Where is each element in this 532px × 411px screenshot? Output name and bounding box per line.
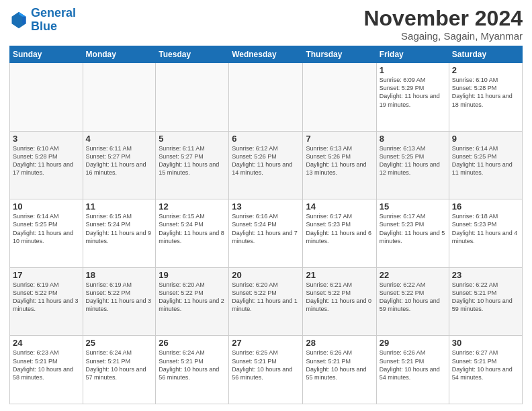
calendar-cell [83, 63, 156, 132]
header-saturday: Saturday [449, 46, 522, 63]
calendar-cell: 13Sunrise: 6:16 AM Sunset: 5:24 PM Dayli… [229, 199, 303, 268]
day-number: 5 [159, 134, 226, 144]
week-row-4: 24Sunrise: 6:23 AM Sunset: 5:21 PM Dayli… [10, 336, 523, 404]
week-row-2: 10Sunrise: 6:14 AM Sunset: 5:25 PM Dayli… [10, 199, 523, 268]
calendar-cell: 10Sunrise: 6:14 AM Sunset: 5:25 PM Dayli… [10, 199, 83, 268]
logo: General Blue [9, 7, 76, 34]
day-info: Sunrise: 6:15 AM Sunset: 5:24 PM Dayligh… [86, 212, 153, 245]
logo-text: General Blue [31, 7, 76, 34]
day-number: 27 [232, 338, 300, 348]
day-number: 8 [380, 134, 446, 144]
header-row: SundayMondayTuesdayWednesdayThursdayFrid… [10, 46, 523, 63]
header-friday: Friday [376, 46, 449, 63]
day-number: 7 [306, 134, 373, 144]
day-info: Sunrise: 6:09 AM Sunset: 5:29 PM Dayligh… [380, 76, 446, 109]
calendar-cell: 8Sunrise: 6:13 AM Sunset: 5:25 PM Daylig… [376, 131, 449, 199]
calendar-cell: 26Sunrise: 6:24 AM Sunset: 5:21 PM Dayli… [156, 336, 229, 404]
calendar-cell: 28Sunrise: 6:26 AM Sunset: 5:21 PM Dayli… [303, 336, 376, 404]
day-number: 28 [306, 338, 373, 348]
calendar-cell: 6Sunrise: 6:12 AM Sunset: 5:26 PM Daylig… [229, 131, 303, 199]
calendar-cell: 21Sunrise: 6:21 AM Sunset: 5:22 PM Dayli… [303, 267, 376, 336]
day-info: Sunrise: 6:26 AM Sunset: 5:21 PM Dayligh… [380, 349, 446, 381]
day-number: 20 [232, 270, 300, 280]
logo-line2: Blue [31, 19, 57, 33]
week-row-1: 3Sunrise: 6:10 AM Sunset: 5:28 PM Daylig… [10, 131, 523, 199]
calendar-cell: 17Sunrise: 6:19 AM Sunset: 5:22 PM Dayli… [10, 267, 83, 336]
top-section: General Blue November 2024 Sagaing, Saga… [9, 7, 523, 42]
day-number: 12 [159, 201, 226, 212]
day-info: Sunrise: 6:23 AM Sunset: 5:21 PM Dayligh… [13, 349, 80, 381]
day-info: Sunrise: 6:22 AM Sunset: 5:22 PM Dayligh… [380, 281, 446, 314]
day-number: 19 [159, 270, 226, 280]
calendar-header: SundayMondayTuesdayWednesdayThursdayFrid… [10, 46, 523, 63]
day-info: Sunrise: 6:25 AM Sunset: 5:21 PM Dayligh… [232, 349, 300, 381]
calendar-cell: 11Sunrise: 6:15 AM Sunset: 5:24 PM Dayli… [83, 199, 156, 268]
title-section: November 2024 Sagaing, Sagain, Myanmar [363, 7, 523, 42]
header-wednesday: Wednesday [229, 46, 303, 63]
day-info: Sunrise: 6:12 AM Sunset: 5:26 PM Dayligh… [232, 144, 300, 177]
day-info: Sunrise: 6:18 AM Sunset: 5:23 PM Dayligh… [452, 212, 519, 245]
calendar-cell: 27Sunrise: 6:25 AM Sunset: 5:21 PM Dayli… [229, 336, 303, 404]
calendar-cell: 30Sunrise: 6:27 AM Sunset: 5:21 PM Dayli… [449, 336, 522, 404]
day-info: Sunrise: 6:11 AM Sunset: 5:27 PM Dayligh… [159, 144, 226, 177]
header-tuesday: Tuesday [156, 46, 229, 63]
calendar-cell: 25Sunrise: 6:24 AM Sunset: 5:21 PM Dayli… [83, 336, 156, 404]
calendar-cell: 4Sunrise: 6:11 AM Sunset: 5:27 PM Daylig… [83, 131, 156, 199]
day-info: Sunrise: 6:22 AM Sunset: 5:21 PM Dayligh… [452, 281, 519, 314]
day-number: 24 [13, 338, 80, 348]
day-number: 11 [86, 201, 153, 212]
calendar-cell: 19Sunrise: 6:20 AM Sunset: 5:22 PM Dayli… [156, 267, 229, 336]
day-number: 29 [380, 338, 446, 348]
calendar-cell: 18Sunrise: 6:19 AM Sunset: 5:22 PM Dayli… [83, 267, 156, 336]
logo-icon [9, 11, 28, 30]
day-info: Sunrise: 6:20 AM Sunset: 5:22 PM Dayligh… [159, 281, 226, 314]
day-number: 14 [306, 201, 373, 212]
day-number: 22 [380, 270, 446, 280]
day-number: 6 [232, 134, 300, 144]
calendar-cell: 2Sunrise: 6:10 AM Sunset: 5:28 PM Daylig… [449, 63, 522, 132]
calendar-cell: 7Sunrise: 6:13 AM Sunset: 5:26 PM Daylig… [303, 131, 376, 199]
day-info: Sunrise: 6:24 AM Sunset: 5:21 PM Dayligh… [86, 349, 153, 381]
day-number: 23 [452, 270, 519, 280]
day-number: 4 [86, 134, 153, 144]
header-sunday: Sunday [10, 46, 83, 63]
day-info: Sunrise: 6:24 AM Sunset: 5:21 PM Dayligh… [159, 349, 226, 381]
day-number: 2 [452, 65, 519, 75]
day-info: Sunrise: 6:26 AM Sunset: 5:21 PM Dayligh… [306, 349, 373, 381]
day-info: Sunrise: 6:17 AM Sunset: 5:23 PM Dayligh… [306, 212, 373, 245]
day-info: Sunrise: 6:17 AM Sunset: 5:23 PM Dayligh… [380, 212, 446, 245]
day-info: Sunrise: 6:16 AM Sunset: 5:24 PM Dayligh… [232, 212, 300, 245]
day-number: 9 [452, 134, 519, 144]
day-info: Sunrise: 6:11 AM Sunset: 5:27 PM Dayligh… [86, 144, 153, 177]
svg-marker-2 [22, 17, 26, 24]
calendar-cell: 14Sunrise: 6:17 AM Sunset: 5:23 PM Dayli… [303, 199, 376, 268]
header-thursday: Thursday [303, 46, 376, 63]
calendar-cell: 24Sunrise: 6:23 AM Sunset: 5:21 PM Dayli… [10, 336, 83, 404]
day-number: 10 [13, 201, 80, 212]
calendar-cell: 20Sunrise: 6:20 AM Sunset: 5:22 PM Dayli… [229, 267, 303, 336]
day-info: Sunrise: 6:14 AM Sunset: 5:25 PM Dayligh… [452, 144, 519, 177]
calendar-table: SundayMondayTuesdayWednesdayThursdayFrid… [9, 46, 523, 404]
day-info: Sunrise: 6:13 AM Sunset: 5:25 PM Dayligh… [380, 144, 446, 177]
day-info: Sunrise: 6:20 AM Sunset: 5:22 PM Dayligh… [232, 281, 300, 314]
day-info: Sunrise: 6:10 AM Sunset: 5:28 PM Dayligh… [452, 76, 519, 109]
day-info: Sunrise: 6:19 AM Sunset: 5:22 PM Dayligh… [13, 281, 80, 314]
day-number: 15 [380, 201, 446, 212]
day-info: Sunrise: 6:13 AM Sunset: 5:26 PM Dayligh… [306, 144, 373, 177]
day-number: 13 [232, 201, 300, 212]
week-row-3: 17Sunrise: 6:19 AM Sunset: 5:22 PM Dayli… [10, 267, 523, 336]
calendar-cell: 15Sunrise: 6:17 AM Sunset: 5:23 PM Dayli… [376, 199, 449, 268]
day-number: 21 [306, 270, 373, 280]
calendar-cell [229, 63, 303, 132]
calendar-cell: 29Sunrise: 6:26 AM Sunset: 5:21 PM Dayli… [376, 336, 449, 404]
day-info: Sunrise: 6:21 AM Sunset: 5:22 PM Dayligh… [306, 281, 373, 314]
day-info: Sunrise: 6:27 AM Sunset: 5:21 PM Dayligh… [452, 349, 519, 381]
day-number: 18 [86, 270, 153, 280]
calendar-cell [10, 63, 83, 132]
day-number: 1 [380, 65, 446, 75]
calendar-cell: 16Sunrise: 6:18 AM Sunset: 5:23 PM Dayli… [449, 199, 522, 268]
day-number: 3 [13, 134, 80, 144]
day-number: 25 [86, 338, 153, 348]
logo-line1: General [31, 6, 76, 19]
day-info: Sunrise: 6:10 AM Sunset: 5:28 PM Dayligh… [13, 144, 80, 177]
